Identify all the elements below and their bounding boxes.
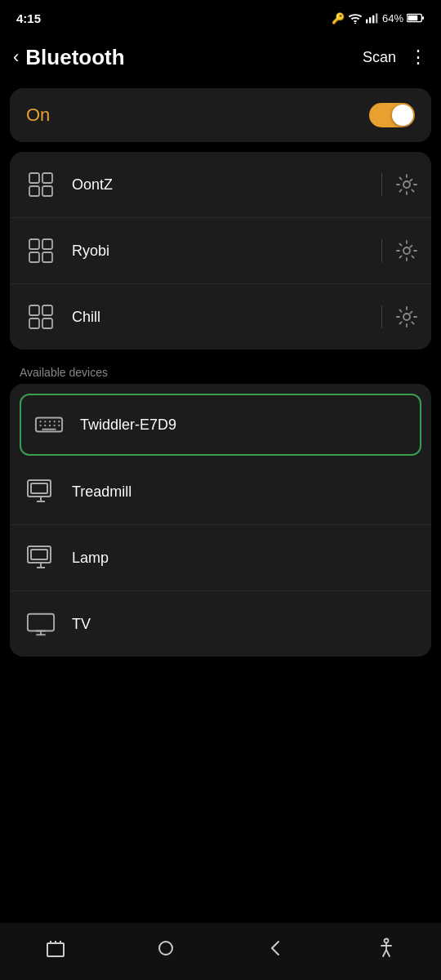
settings-icon-ryobi[interactable] [395, 239, 418, 262]
wifi-icon [348, 12, 363, 24]
paired-device-ryobi[interactable]: Ryobi [10, 218, 431, 284]
svg-rect-20 [42, 305, 52, 315]
available-device-lamp[interactable]: Lamp [10, 525, 431, 591]
back-button[interactable]: ‹ [13, 47, 19, 68]
paired-devices-section: OontZ Ryobi [10, 152, 431, 350]
page-title: Bluetooth [25, 45, 363, 70]
svg-rect-11 [42, 186, 52, 196]
monitor-icon [23, 474, 59, 510]
battery-text: 64% [382, 12, 403, 24]
scan-button[interactable]: Scan [363, 49, 396, 66]
svg-rect-16 [42, 252, 52, 262]
svg-point-0 [354, 23, 356, 24]
status-time: 4:15 [16, 11, 41, 25]
twiddler-wrapper: Twiddler-E7D9 [10, 384, 431, 456]
toggle-label: On [26, 105, 50, 126]
svg-rect-36 [31, 483, 47, 493]
svg-rect-14 [29, 252, 39, 262]
key-icon: 🔑 [332, 12, 345, 24]
device-name-lamp: Lamp [72, 550, 418, 567]
device-name-chill: Chill [72, 309, 381, 326]
paired-device-chill[interactable]: Chill [10, 284, 431, 350]
device-name-tv: TV [72, 616, 418, 633]
device-name-treadmill: Treadmill [72, 483, 418, 501]
svg-line-57 [383, 950, 386, 956]
svg-rect-53 [159, 942, 172, 955]
bluetooth-device-icon [23, 233, 59, 269]
svg-rect-1 [366, 20, 368, 24]
svg-point-22 [403, 314, 410, 320]
svg-rect-18 [29, 305, 39, 315]
home-button[interactable] [141, 928, 190, 969]
paired-device-oontz[interactable]: OontZ [10, 152, 431, 218]
svg-rect-13 [29, 239, 39, 249]
svg-point-54 [384, 939, 388, 943]
svg-rect-49 [47, 943, 64, 956]
svg-rect-7 [408, 16, 417, 20]
svg-rect-10 [42, 173, 52, 183]
bluetooth-toggle-section: On [10, 88, 431, 142]
svg-rect-4 [376, 13, 377, 23]
svg-rect-45 [28, 614, 54, 631]
signal-icon [366, 12, 379, 24]
available-devices-label: Available devices [0, 356, 441, 384]
svg-rect-6 [421, 16, 424, 20]
divider [381, 173, 382, 196]
status-icons: 🔑 64% [332, 12, 425, 24]
device-name-ryobi: Ryobi [72, 243, 381, 260]
divider [381, 305, 382, 328]
svg-rect-3 [372, 16, 374, 24]
bluetooth-device-icon [23, 299, 59, 335]
svg-rect-9 [29, 186, 39, 196]
bluetooth-toggle[interactable] [369, 103, 415, 127]
available-device-tv[interactable]: TV [10, 591, 431, 657]
bluetooth-device-icon [23, 167, 59, 203]
keyboard-icon [31, 407, 67, 443]
header: ‹ Bluetooth Scan ⋮ [0, 33, 441, 82]
svg-point-12 [403, 181, 410, 188]
tv-icon [23, 606, 59, 642]
svg-rect-19 [29, 318, 39, 328]
settings-icon-chill[interactable] [395, 305, 418, 328]
bottom-navigation [0, 923, 441, 980]
monitor-icon [23, 540, 59, 576]
back-nav-button[interactable] [252, 928, 301, 969]
more-options-button[interactable]: ⋮ [409, 47, 428, 68]
svg-rect-2 [369, 17, 371, 23]
available-devices-section: Twiddler-E7D9 Treadmill Lamp [10, 384, 431, 657]
divider [381, 239, 382, 262]
available-device-treadmill[interactable]: Treadmill [10, 459, 431, 525]
svg-point-17 [403, 247, 410, 254]
battery-icon [407, 13, 425, 23]
svg-rect-41 [31, 550, 47, 559]
available-device-twiddler[interactable]: Twiddler-E7D9 [20, 394, 421, 456]
accessibility-button[interactable] [362, 928, 411, 969]
settings-icon-oontz[interactable] [395, 173, 418, 196]
svg-rect-15 [42, 239, 52, 249]
status-bar: 4:15 🔑 64% [0, 0, 441, 33]
svg-rect-8 [29, 173, 39, 183]
recent-apps-button[interactable] [31, 928, 80, 969]
device-name-twiddler: Twiddler-E7D9 [80, 416, 410, 434]
svg-rect-21 [42, 318, 52, 328]
svg-line-58 [386, 950, 390, 956]
device-name-oontz: OontZ [72, 176, 381, 194]
toggle-knob [392, 105, 413, 126]
